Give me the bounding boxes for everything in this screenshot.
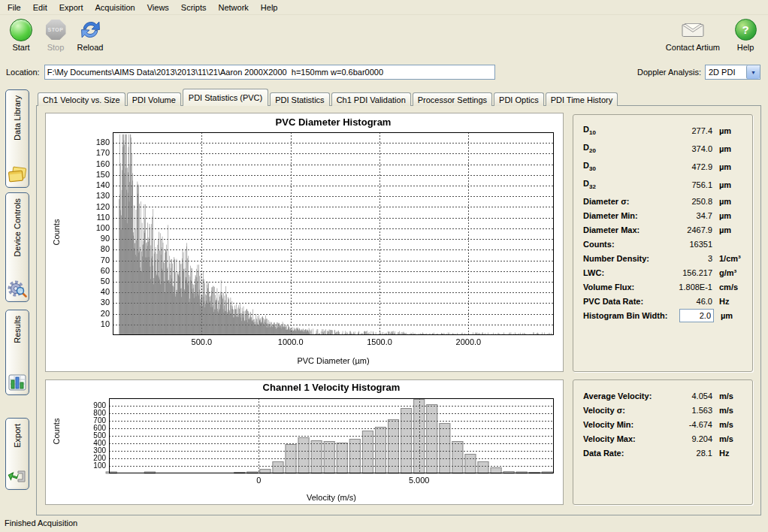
sidebar-item-results[interactable]: Results [5, 310, 29, 395]
tab-pdi-optics[interactable]: PDI Optics [494, 92, 544, 106]
tab-strip: Ch1 Velocity vs. SizePDI VolumePDI Stati… [38, 89, 619, 106]
menu-edit[interactable]: Edit [27, 2, 53, 14]
menu-views[interactable]: Views [141, 2, 175, 14]
sidebar-item-export-label: Export [13, 424, 22, 448]
stat-unit: m/s [712, 406, 742, 415]
pvc-stat-row-lwc: LWC:156.217g/m³ [583, 265, 742, 280]
menu-scripts[interactable]: Scripts [175, 2, 213, 14]
stat-label: Velocity Max: [583, 434, 663, 443]
reload-icon [80, 20, 101, 40]
velocity-stat-row-data-rate: Data Rate:28.1Hz [583, 446, 742, 460]
toolbar: Start STOP Stop Reload [0, 15, 768, 62]
stat-label: PVC Data Rate: [583, 297, 663, 306]
start-button[interactable]: Start [6, 17, 36, 52]
stat-unit: µm [712, 225, 742, 234]
stat-value: 46.0 [663, 297, 712, 306]
pvc-stat-row-histogram-bin-width: Histogram Bin Width:µm [583, 308, 742, 322]
sidebar-item-device-controls[interactable]: Device Controls [5, 192, 29, 302]
stat-value: 1.808E-1 [663, 283, 712, 292]
stat-label: Diameter σ: [583, 197, 663, 206]
pvc-stat-row-diameter-min: Diameter Min:34.7µm [583, 208, 742, 222]
location-input[interactable] [44, 65, 495, 80]
stat-value: 16351 [663, 240, 712, 249]
contact-artium-button[interactable]: Contact Artium [666, 17, 720, 52]
velocity-stats-panel: Average Velocity:4.054m/sVelocity σ:1.56… [573, 379, 753, 505]
stat-label: D32 [583, 179, 663, 190]
tab-ch1-pdi-validation[interactable]: Ch1 PDI Validation [331, 92, 411, 106]
menu-file[interactable]: File [2, 2, 27, 14]
stat-value: 4.054 [663, 391, 712, 401]
stat-label: D10 [583, 125, 663, 136]
stat-label: D30 [583, 161, 663, 172]
velocity-stat-row-velocity-sigma: Velocity σ:1.563m/s [583, 403, 742, 417]
stat-label: D20 [583, 143, 663, 154]
stat-unit: m/s [712, 391, 742, 401]
stat-unit: Hz [712, 297, 742, 306]
stat-value: 156.217 [663, 268, 712, 277]
stat-label: Average Velocity: [583, 391, 663, 401]
pvc-stat-histogram-bin-width-input[interactable] [679, 309, 714, 322]
pvc-stats-panel: D10277.4µmD20374.0µmD30472.9µmD32756.1µm… [573, 114, 753, 372]
doppler-analysis-value: 2D PDI [706, 68, 746, 77]
sidebar-item-results-label: Results [13, 316, 22, 343]
stat-unit: µm [712, 126, 742, 135]
stat-label: Velocity σ: [583, 406, 663, 415]
location-label: Location: [6, 68, 40, 77]
stat-value: 472.9 [663, 162, 712, 171]
pvc-histogram-card: PVC Diameter Histogram Counts PVC Diamet… [45, 113, 564, 372]
tab-pdi-volume[interactable]: PDI Volume [127, 92, 181, 106]
velocity-histogram-ylabel: Counts [52, 416, 61, 446]
menu-acquisition[interactable]: Acquisition [89, 2, 141, 14]
stat-label: Diameter Min: [583, 211, 663, 220]
help-button[interactable]: ? Help [730, 17, 760, 52]
stat-unit: m/s [712, 420, 742, 429]
bar-chart-icon [8, 373, 26, 391]
menu-export[interactable]: Export [53, 2, 89, 14]
sidebar-item-export[interactable]: Export [5, 418, 29, 490]
stat-value: 9.204 [663, 434, 712, 443]
stat-label: Volume Flux: [583, 283, 663, 292]
tab-processor-settings[interactable]: Processor Settings [413, 92, 492, 106]
pvc-stat-row-pvc-data-rate: PVC Data Rate:46.0Hz [583, 294, 742, 308]
velocity-histogram-xlabel: Velocity (m/s) [109, 493, 554, 502]
pvc-stat-row-number-density: Number Density:31/cm³ [583, 251, 742, 265]
stat-value: 2467.9 [663, 225, 712, 234]
stat-unit: µm [712, 180, 742, 189]
menu-network[interactable]: Network [212, 2, 254, 14]
tab-page-pdi-statistics-pvc: PVC Diameter Histogram Counts PVC Diamet… [36, 105, 761, 515]
menu-help[interactable]: Help [255, 2, 284, 14]
menubar: FileEditExportAcquisitionViewsScriptsNet… [0, 0, 768, 15]
stat-unit: µm [712, 162, 742, 171]
sidebar: Data Library Device Controls Results [0, 80, 36, 514]
stat-value: 28.1 [663, 449, 712, 458]
stat-value: 3 [663, 254, 712, 263]
stat-label: Histogram Bin Width: [583, 311, 667, 320]
location-row: Location: Doppler Analysis: 2D PDI ▼ [0, 62, 768, 82]
velocity-histogram-title: Channel 1 Velocity Histogram [109, 382, 554, 393]
help-icon: ? [735, 19, 757, 41]
stat-unit: g/m³ [712, 268, 742, 277]
doppler-analysis-label: Doppler Analysis: [637, 68, 701, 77]
help-button-label: Help [737, 43, 754, 52]
tab-pdi-time-history[interactable]: PDI Time History [546, 92, 618, 106]
tab-pdi-statistics-pvc[interactable]: PDI Statistics (PVC) [183, 89, 268, 106]
sidebar-item-data-library[interactable]: Data Library [5, 89, 29, 188]
pvc-stat-row-counts: Counts:16351 [583, 237, 742, 251]
pvc-stat-row-diameter-max: Diameter Max:2467.9µm [583, 222, 742, 237]
sidebar-item-device-controls-label: Device Controls [13, 198, 22, 257]
doppler-analysis-select[interactable]: 2D PDI ▼ [705, 65, 760, 80]
status-text: Finished Acquisition [5, 518, 77, 527]
velocity-stat-row-velocity-max: Velocity Max:9.204m/s [583, 431, 742, 446]
stat-unit: µm [712, 211, 742, 220]
reload-button[interactable]: Reload [75, 17, 105, 52]
folders-icon [8, 166, 27, 184]
sidebar-item-data-library-label: Data Library [13, 95, 22, 141]
stop-button[interactable]: STOP Stop [41, 17, 71, 52]
pvc-histogram-ylabel: Counts [52, 217, 61, 247]
stat-label: LWC: [583, 268, 663, 277]
pvc-stat-row-volume-flux: Volume Flux:1.808E-1cm/s [583, 280, 742, 294]
tab-ch1-velocity-vs-size[interactable]: Ch1 Velocity vs. Size [38, 92, 125, 106]
pvc-stat-row-d20: D20374.0µm [583, 140, 742, 158]
tab-pdi-statistics[interactable]: PDI Statistics [270, 92, 329, 106]
pvc-stat-row-d32: D32756.1µm [583, 176, 742, 194]
